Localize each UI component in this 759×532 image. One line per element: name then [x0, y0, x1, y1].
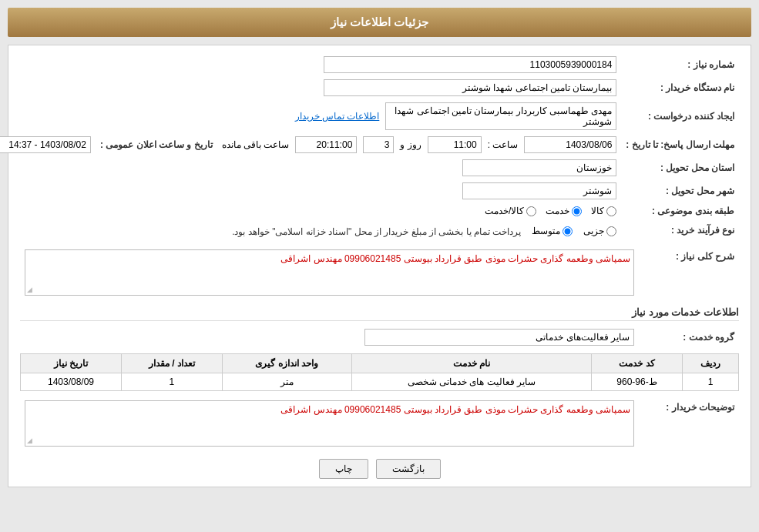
page-title: جزئیات اطلاعات نیاز	[331, 15, 428, 28]
city-label: شهر محل تحویل :	[621, 179, 739, 202]
category-kala-label: کالا	[591, 206, 604, 216]
buyer-description-container: سمپاشی وطعمه گذاری حشرات موذی طبق قراردا…	[25, 400, 634, 447]
creator-value: مهدی طهماسبی کاربردار بیمارستان تامین اج…	[385, 102, 616, 130]
process-jazei-label: جزیی	[583, 226, 604, 236]
buyer-description-label: توضیحات خریدار :	[639, 397, 739, 450]
process-motavaset-radio[interactable]	[563, 226, 573, 236]
cell-quantity: 1	[121, 373, 222, 391]
category-kala-radio[interactable]	[606, 206, 616, 216]
process-note: پرداخت تمام یا بخشی از مبلغ خریدار از مح…	[232, 226, 521, 237]
province-value: خوزستان	[462, 159, 616, 176]
niyaz-number-value: 1103005939000184	[324, 56, 616, 73]
deadline-day-label: روز و	[400, 139, 421, 150]
category-khadamat-radio[interactable]	[572, 206, 582, 216]
category-khadamat-label: خدمت	[546, 206, 569, 216]
deadline-time: 11:00	[428, 136, 482, 153]
deadline-time-label: ساعت :	[488, 139, 519, 150]
col-quantity: تعداد / مقدار	[121, 354, 222, 373]
announce-value: 1403/08/02 - 14:37	[0, 136, 91, 153]
print-button[interactable]: چاپ	[319, 459, 368, 479]
province-label: استان محل تحویل :	[621, 156, 739, 179]
process-label: نوع فرآیند خرید :	[621, 219, 739, 240]
description-value: سمپاشی وطعمه گذاری حشرات موذی طبق قراردا…	[29, 253, 630, 264]
deadline-remaining-label: ساعت باقی مانده	[222, 139, 290, 150]
table-row: 1 ط-96-960 سایر فعالیت های خدماتی شخصی م…	[21, 373, 739, 391]
deadline-label: مهلت ارسال پاسخ: تا تاریخ :	[621, 133, 739, 156]
col-service-code: کد خدمت	[592, 354, 683, 373]
back-button[interactable]: بازگشت	[376, 459, 441, 479]
col-service-name: نام خدمت	[351, 354, 592, 373]
cell-service-code: ط-96-960	[592, 373, 683, 391]
description-container: سمپاشی وطعمه گذاری حشرات موذی طبق قراردا…	[25, 249, 634, 296]
service-table: ردیف کد خدمت نام خدمت واحد اندازه گیری ت…	[20, 353, 739, 391]
niyaz-number-label: شماره نیاز :	[621, 53, 739, 76]
creator-label: ایجاد کننده درخواست :	[621, 99, 739, 133]
process-jazei-radio[interactable]	[606, 226, 616, 236]
buyer-description-value: سمپاشی وطعمه گذاری حشرات موذی طبق قراردا…	[29, 404, 630, 415]
description-label: شرح کلی نیاز :	[639, 246, 739, 299]
creator-contact-link[interactable]: اطلاعات تماس خریدار	[295, 111, 380, 122]
deadline-date: 1403/08/06	[524, 136, 616, 153]
category-kala-khadamat-radio[interactable]	[526, 206, 536, 216]
page-header: جزئیات اطلاعات نیاز	[8, 8, 751, 37]
buyer-name-value: بیمارستان تامین اجتماعی شهدا شوشتر	[324, 79, 616, 96]
category-label: طبقه بندی موضوعی :	[621, 202, 739, 219]
service-group-label: گروه خدمت :	[639, 326, 739, 349]
resize-icon-2: ◢	[27, 437, 32, 444]
col-date: تاریخ نیاز	[21, 354, 122, 373]
resize-icon: ◢	[27, 286, 32, 293]
city-value: شوشتر	[462, 182, 616, 199]
deadline-days: 3	[363, 136, 394, 153]
category-kala-khadamat-label: کالا/خدمت	[485, 206, 524, 216]
announce-label: تاریخ و ساعت اعلان عمومی :	[96, 133, 217, 156]
service-group-value: سایر فعالیت‌های خدماتی	[364, 329, 634, 346]
process-motavaset-label: متوسط	[532, 226, 560, 236]
col-rownum: ردیف	[682, 354, 738, 373]
cell-service-name: سایر فعالیت های خدماتی شخصی	[351, 373, 592, 391]
cell-unit: متر	[222, 373, 351, 391]
services-section-title: اطلاعات خدمات مورد نیاز	[20, 306, 739, 321]
deadline-remaining: 20:11:00	[295, 136, 357, 153]
col-unit: واحد اندازه گیری	[222, 354, 351, 373]
buyer-name-label: نام دستگاه خریدار :	[621, 76, 739, 99]
cell-date: 1403/08/09	[21, 373, 122, 391]
buttons-row: بازگشت چاپ	[20, 459, 739, 479]
cell-rownum: 1	[682, 373, 738, 391]
